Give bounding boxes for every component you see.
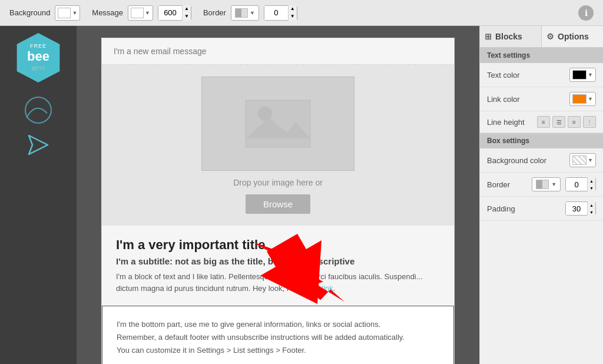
options-icon: ⚙ bbox=[546, 32, 554, 41]
browse-button[interactable]: Browse bbox=[246, 194, 310, 214]
toolbar-border-swatch bbox=[235, 8, 248, 18]
toolbar-message-swatch bbox=[131, 8, 144, 18]
sidebar-circle-deco bbox=[24, 95, 53, 125]
toolbar-message-label: Message bbox=[92, 8, 123, 17]
email-header: I'm a new email message bbox=[102, 38, 454, 65]
padding-value-input[interactable]: 30 bbox=[566, 202, 587, 215]
svg-point-1 bbox=[25, 97, 51, 123]
toolbar-border-color-btn[interactable]: ▼ bbox=[231, 5, 259, 21]
toolbar-background-chevron: ▼ bbox=[72, 10, 77, 16]
panel-tabs: ⊞ Blocks ⚙ Options bbox=[480, 26, 603, 48]
padding-row: Padding 30 ▲ ▼ bbox=[480, 197, 603, 221]
tab-options[interactable]: ⚙ Options bbox=[542, 26, 603, 47]
background-color-label: Background color bbox=[487, 156, 565, 165]
padding-label: Padding bbox=[487, 204, 561, 213]
link-color-swatch bbox=[572, 94, 587, 104]
toolbar-message-width-spinners: ▲ ▼ bbox=[182, 5, 191, 21]
image-placeholder-icon bbox=[243, 97, 313, 150]
blocks-icon: ⊞ bbox=[485, 32, 492, 41]
toolbar-border-chevron: ▼ bbox=[250, 10, 255, 16]
toolbar-background-swatch bbox=[58, 8, 71, 18]
logo-beta-text: BETA bbox=[27, 66, 49, 72]
padding-up[interactable]: ▲ bbox=[588, 201, 595, 209]
email-title: I'm a very important title bbox=[116, 237, 440, 253]
email-header-text: I'm a new email message bbox=[114, 47, 207, 56]
email-link[interactable]: link bbox=[322, 284, 333, 293]
toolbar-message-chevron: ▼ bbox=[145, 10, 150, 16]
toolbar-border-label: Border bbox=[203, 8, 226, 17]
svg-marker-2 bbox=[29, 135, 48, 154]
email-body: I'm a block of text and I like latin. Pe… bbox=[116, 271, 440, 294]
text-color-label: Text color bbox=[487, 71, 565, 80]
toolbar-border-value-input[interactable]: 0 bbox=[264, 6, 288, 20]
sidebar: FREE bee BETA bbox=[0, 26, 77, 364]
toolbar-message-width-input[interactable]: 600 bbox=[158, 6, 182, 20]
border-row: Border ▼ 0 ▲ ▼ bbox=[480, 173, 603, 197]
text-color-swatch bbox=[572, 70, 587, 80]
toolbar-message-group: Message ▼ 600 ▲ ▼ bbox=[92, 5, 191, 21]
text-color-btn[interactable]: ▼ bbox=[569, 68, 596, 82]
options-tab-label: Options bbox=[558, 32, 589, 41]
toolbar-message-width-control: 600 ▲ ▼ bbox=[158, 5, 191, 21]
toolbar-border-up[interactable]: ▲ bbox=[289, 5, 297, 13]
box-settings-header: Box settings bbox=[480, 133, 603, 148]
image-placeholder[interactable] bbox=[201, 77, 354, 171]
toolbar: Background ▼ Message ▼ 600 ▲ ▼ Border ▼ … bbox=[0, 0, 603, 26]
toolbar-border-value-control: 0 ▲ ▼ bbox=[264, 5, 297, 21]
background-color-swatch bbox=[572, 155, 587, 165]
logo-text: FREE bee BETA bbox=[27, 44, 49, 72]
line-height-row: Line height ≡ ☰ ≡ ⋮ bbox=[480, 111, 603, 133]
email-text-block: I'm a very important title I'm a subtitl… bbox=[102, 226, 454, 306]
background-color-row: Background color ▼ bbox=[480, 148, 603, 173]
border-down[interactable]: ▼ bbox=[588, 184, 595, 191]
toolbar-border-down[interactable]: ▼ bbox=[289, 13, 297, 21]
link-color-chevron: ▼ bbox=[588, 96, 593, 102]
toolbar-message-width-down[interactable]: ▼ bbox=[183, 13, 191, 21]
padding-down[interactable]: ▼ bbox=[588, 209, 595, 216]
right-panel: ⊞ Blocks ⚙ Options Text settings Text co… bbox=[479, 26, 603, 364]
background-color-chevron: ▼ bbox=[588, 157, 593, 163]
padding-value-control: 30 ▲ ▼ bbox=[565, 201, 596, 216]
logo-bee-text: bee bbox=[27, 49, 49, 64]
lh-btn-1[interactable]: ≡ bbox=[537, 116, 550, 128]
text-color-row: Text color ▼ bbox=[480, 63, 603, 87]
svg-rect-3 bbox=[246, 100, 310, 147]
toolbar-message-color-btn[interactable]: ▼ bbox=[128, 5, 153, 21]
email-footer-line2: Remember, a default footer with unsubscr… bbox=[117, 331, 439, 344]
blocks-tab-label: Blocks bbox=[495, 32, 522, 41]
background-color-btn[interactable]: ▼ bbox=[569, 153, 596, 167]
border-label: Border bbox=[487, 180, 527, 189]
toolbar-message-width-up[interactable]: ▲ bbox=[183, 5, 191, 13]
send-icon bbox=[28, 134, 49, 155]
sidebar-arrow-icon bbox=[28, 134, 49, 158]
lh-btn-4[interactable]: ⋮ bbox=[583, 116, 596, 128]
link-color-label: Link color bbox=[487, 95, 565, 104]
toolbar-border-spinners: ▲ ▼ bbox=[288, 5, 297, 21]
email-footer-text: I'm the bottom part, use me to give gene… bbox=[117, 318, 439, 357]
email-container: I'm a new email message Drop your image … bbox=[101, 38, 455, 364]
toolbar-border-group: Border ▼ 0 ▲ ▼ bbox=[203, 5, 297, 21]
padding-spinners: ▲ ▼ bbox=[587, 201, 595, 216]
lh-btn-3[interactable]: ≡ bbox=[568, 116, 581, 128]
drop-text: Drop your image here or bbox=[233, 178, 323, 187]
link-color-btn[interactable]: ▼ bbox=[569, 92, 596, 106]
tab-blocks[interactable]: ⊞ Blocks bbox=[480, 26, 542, 47]
main-layout: FREE bee BETA I'm a new email message bbox=[0, 26, 603, 364]
border-up[interactable]: ▲ bbox=[588, 177, 595, 184]
border-color-swatch bbox=[536, 180, 549, 189]
border-color-chevron: ▼ bbox=[551, 181, 556, 187]
text-color-chevron: ▼ bbox=[588, 72, 593, 78]
border-value-input[interactable]: 0 bbox=[566, 178, 587, 191]
border-color-btn[interactable]: ▼ bbox=[532, 177, 561, 191]
toolbar-background-label: Background bbox=[9, 8, 50, 17]
toolbar-background-color-btn[interactable]: ▼ bbox=[55, 5, 80, 21]
border-value-control: 0 ▲ ▼ bbox=[565, 177, 596, 191]
lh-btn-2[interactable]: ☰ bbox=[552, 116, 565, 128]
email-footer-line3: You can customize it in Settings > List … bbox=[117, 344, 439, 357]
sidebar-decoration bbox=[24, 95, 53, 128]
canvas-area[interactable]: I'm a new email message Drop your image … bbox=[77, 26, 479, 364]
link-color-row: Link color ▼ bbox=[480, 87, 603, 111]
info-button[interactable]: ℹ bbox=[578, 5, 594, 21]
email-image-block[interactable]: Drop your image here or Browse bbox=[102, 65, 454, 226]
email-subtitle: I'm a subtitle: not as big as the title,… bbox=[116, 256, 440, 266]
